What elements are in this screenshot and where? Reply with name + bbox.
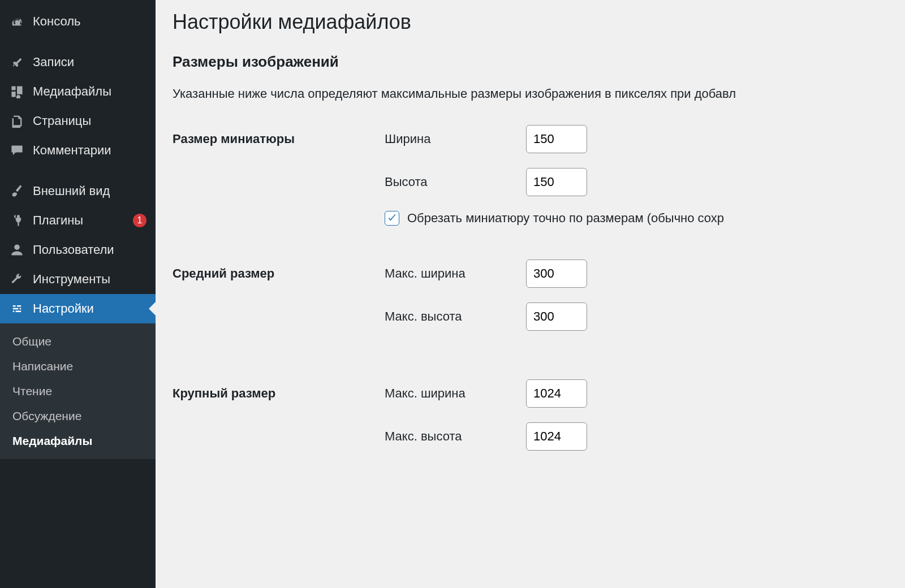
large-height-input[interactable] bbox=[526, 422, 587, 451]
sidebar-item-tools[interactable]: Инструменты bbox=[0, 265, 156, 294]
brush-icon bbox=[9, 183, 25, 199]
sidebar-item-users[interactable]: Пользователи bbox=[0, 235, 156, 265]
thumbnail-crop-label: Обрезать миниатюру точно по размерам (об… bbox=[407, 211, 724, 226]
user-icon bbox=[9, 242, 25, 258]
sidebar-item-label: Внешний вид bbox=[33, 184, 146, 198]
large-height-label: Макс. высота bbox=[385, 429, 526, 444]
update-badge: 1 bbox=[133, 214, 146, 227]
sidebar-item-pages[interactable]: Страницы bbox=[0, 106, 156, 136]
section-description: Указанные ниже числа определяют максимал… bbox=[173, 87, 905, 101]
submenu-item-discussion[interactable]: Обсуждение bbox=[0, 404, 156, 429]
sidebar-item-posts[interactable]: Записи bbox=[0, 47, 156, 77]
medium-size-row: Средний размер Макс. ширина Макс. высота bbox=[173, 260, 905, 345]
sidebar-item-label: Консоль bbox=[33, 14, 146, 29]
page-title: Настройки медиафайлов bbox=[173, 10, 905, 34]
submenu-item-reading[interactable]: Чтение bbox=[0, 379, 156, 404]
wrench-icon bbox=[9, 271, 25, 287]
submenu-item-general[interactable]: Общие bbox=[0, 329, 156, 354]
settings-icon bbox=[9, 301, 25, 317]
admin-sidebar: Консоль Записи Медиафайлы Страницы Комм bbox=[0, 0, 156, 588]
submenu-item-writing[interactable]: Написание bbox=[0, 354, 156, 379]
sidebar-item-plugins[interactable]: Плагины 1 bbox=[0, 206, 156, 235]
dashboard-icon bbox=[9, 14, 25, 29]
large-row-label: Крупный размер bbox=[173, 379, 385, 401]
medium-width-input[interactable] bbox=[526, 260, 587, 288]
main-content: Настройки медиафайлов Размеры изображени… bbox=[156, 0, 905, 588]
large-size-row: Крупный размер Макс. ширина Макс. высота bbox=[173, 379, 905, 465]
check-icon bbox=[387, 213, 397, 223]
sidebar-item-label: Плагины bbox=[33, 213, 128, 228]
thumbnail-crop-checkbox[interactable] bbox=[385, 211, 399, 226]
sidebar-item-label: Медиафайлы bbox=[33, 84, 146, 99]
sidebar-item-label: Пользователи bbox=[33, 243, 146, 257]
sidebar-item-label: Настройки bbox=[33, 301, 146, 316]
sidebar-item-appearance[interactable]: Внешний вид bbox=[0, 176, 156, 206]
medium-height-input[interactable] bbox=[526, 302, 587, 331]
media-icon bbox=[9, 84, 25, 100]
pin-icon bbox=[9, 54, 25, 70]
pages-icon bbox=[9, 113, 25, 129]
medium-width-label: Макс. ширина bbox=[385, 266, 526, 281]
sidebar-item-comments[interactable]: Комментарии bbox=[0, 136, 156, 165]
sidebar-item-label: Инструменты bbox=[33, 272, 146, 287]
thumbnail-height-input[interactable] bbox=[526, 168, 587, 196]
large-width-input[interactable] bbox=[526, 379, 587, 408]
sidebar-item-label: Страницы bbox=[33, 114, 146, 128]
sidebar-item-settings[interactable]: Настройки bbox=[0, 294, 156, 323]
thumbnail-height-label: Высота bbox=[385, 175, 526, 189]
thumbnail-row-label: Размер миниатюры bbox=[173, 125, 385, 146]
thumbnail-width-label: Ширина bbox=[385, 132, 526, 146]
comment-icon bbox=[9, 142, 25, 158]
thumbnail-width-input[interactable] bbox=[526, 125, 587, 153]
section-title: Размеры изображений bbox=[173, 53, 905, 71]
large-width-label: Макс. ширина bbox=[385, 386, 526, 401]
plug-icon bbox=[9, 213, 25, 228]
thumbnail-size-row: Размер миниатюры Ширина Высота Об bbox=[173, 125, 905, 226]
medium-height-label: Макс. высота bbox=[385, 309, 526, 324]
settings-submenu: Общие Написание Чтение Обсуждение Медиаф… bbox=[0, 323, 156, 459]
sidebar-item-dashboard[interactable]: Консоль bbox=[0, 7, 156, 36]
sidebar-item-label: Комментарии bbox=[33, 143, 146, 158]
medium-row-label: Средний размер bbox=[173, 260, 385, 281]
submenu-item-media[interactable]: Медиафайлы bbox=[0, 429, 156, 453]
sidebar-item-label: Записи bbox=[33, 55, 146, 70]
sidebar-item-media[interactable]: Медиафайлы bbox=[0, 77, 156, 106]
